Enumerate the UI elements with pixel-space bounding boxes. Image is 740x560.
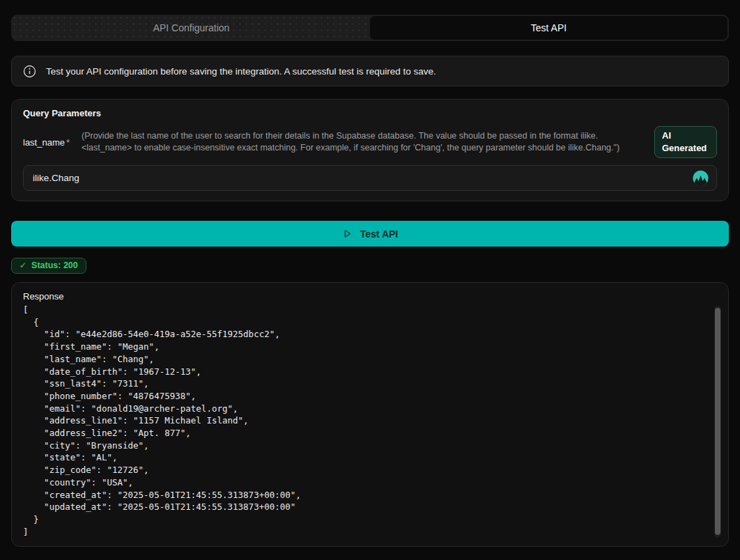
- play-icon: [342, 228, 353, 239]
- mountain-circle-icon: [691, 169, 710, 187]
- status-badge-label: Status: 200: [31, 260, 78, 270]
- tab-test-api-label: Test API: [531, 22, 566, 33]
- response-scrollbar-track[interactable]: [714, 306, 721, 538]
- param-input-wrapper: [23, 165, 717, 191]
- response-scrollbar-thumb[interactable]: [715, 308, 720, 535]
- param-row-last-name: last_name* (Provide the last name of the…: [23, 126, 717, 158]
- param-description: (Provide the last name of the user to se…: [82, 130, 646, 155]
- info-banner-text: Test your API configuration before savin…: [46, 66, 436, 77]
- param-name-label: last_name*: [23, 137, 82, 148]
- response-json: [ { "id": "e44e2d86-54e0-419a-a52e-55f19…: [23, 304, 704, 538]
- info-icon: [23, 65, 36, 78]
- ai-generated-badge: AI Generated: [654, 126, 717, 158]
- required-asterisk: *: [66, 137, 70, 148]
- query-parameters-card: Query Parameters last_name* (Provide the…: [11, 99, 729, 201]
- test-api-button[interactable]: Test API: [11, 221, 729, 247]
- status-row: ✓ Status: 200: [11, 258, 729, 274]
- check-icon: ✓: [20, 260, 26, 270]
- response-title: Response: [23, 291, 704, 302]
- tab-test-api[interactable]: Test API: [370, 16, 727, 40]
- tab-api-configuration-label: API Configuration: [153, 22, 230, 33]
- tab-bar: API Configuration Test API: [11, 15, 729, 41]
- last-name-input[interactable]: [23, 165, 717, 191]
- status-badge: ✓ Status: 200: [11, 258, 86, 274]
- response-panel: Response [ { "id": "e44e2d86-54e0-419a-a…: [11, 282, 729, 547]
- info-banner: Test your API configuration before savin…: [11, 56, 729, 86]
- query-parameters-title: Query Parameters: [23, 108, 717, 119]
- test-api-button-label: Test API: [360, 228, 398, 240]
- tab-api-configuration[interactable]: API Configuration: [13, 16, 370, 40]
